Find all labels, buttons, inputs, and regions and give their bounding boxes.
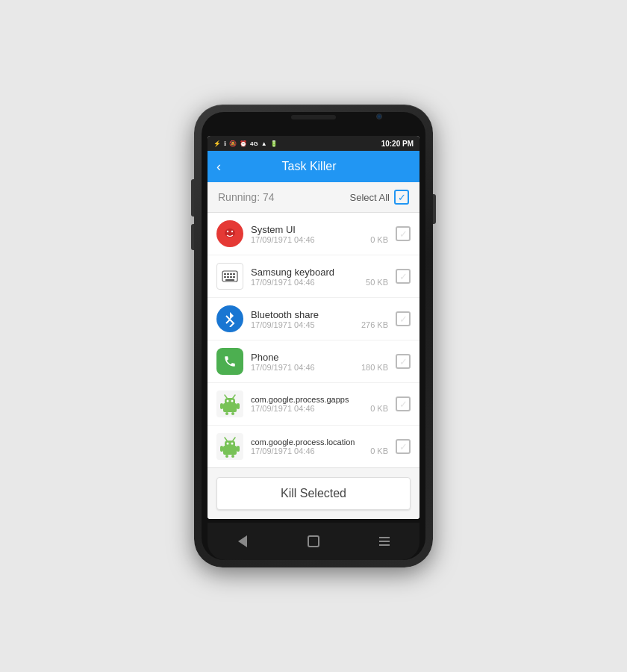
app-name: Phone bbox=[251, 352, 388, 363]
app-checkbox[interactable]: ✓ bbox=[396, 226, 411, 241]
app-icon-keyboard bbox=[216, 263, 243, 290]
nav-back-icon bbox=[238, 535, 247, 547]
app-info: Samsung keyboard 17/09/1971 04:46 50 KB bbox=[251, 267, 388, 287]
app-checkbox[interactable]: ✓ bbox=[396, 311, 411, 326]
svg-rect-7 bbox=[233, 273, 235, 275]
app-meta: 17/09/1971 04:46 0 KB bbox=[251, 235, 388, 244]
phone-device: ⚡ ℹ 🔕 ⏰ 4G ▲ 🔋 10:20 PM ‹ Task Killer bbox=[194, 105, 433, 567]
app-size: 276 KB bbox=[361, 320, 388, 329]
svg-rect-15 bbox=[225, 398, 235, 405]
svg-rect-23 bbox=[237, 403, 240, 409]
app-icon-bluetooth bbox=[216, 305, 243, 332]
network-label: 4G bbox=[250, 140, 258, 147]
svg-rect-6 bbox=[230, 273, 232, 275]
svg-rect-4 bbox=[224, 273, 226, 275]
speaker bbox=[291, 115, 336, 119]
app-info: Bluetooth share 17/09/1971 04:45 276 KB bbox=[251, 309, 388, 329]
nav-home-button[interactable] bbox=[302, 534, 325, 549]
bottom-navigation bbox=[208, 523, 419, 560]
svg-rect-26 bbox=[225, 441, 235, 448]
list-item[interactable]: com.google.process.gapps 17/09/1971 04:4… bbox=[208, 383, 419, 426]
app-meta: 17/09/1971 04:45 276 KB bbox=[251, 320, 388, 329]
app-bar: ‹ Task Killer bbox=[208, 151, 419, 182]
app-checkbox[interactable]: ✓ bbox=[396, 269, 411, 284]
info-icon: ℹ bbox=[224, 140, 226, 147]
bluetooth-svg bbox=[225, 311, 235, 327]
nav-back-button[interactable] bbox=[231, 534, 254, 549]
phone-svg bbox=[223, 355, 237, 368]
app-content: Running: 74 Select All ✓ bbox=[208, 182, 419, 519]
volume-up-button[interactable] bbox=[191, 179, 194, 217]
app-size: 0 KB bbox=[370, 404, 388, 413]
system-ui-svg bbox=[222, 226, 237, 241]
dnd-icon: 🔕 bbox=[229, 140, 237, 147]
app-name: com.google.process.location bbox=[251, 438, 388, 447]
svg-rect-5 bbox=[227, 273, 229, 275]
app-size: 50 KB bbox=[366, 278, 388, 287]
app-size: 0 KB bbox=[370, 447, 388, 455]
list-item[interactable]: Phone 17/09/1971 04:46 180 KB ✓ bbox=[208, 340, 419, 383]
status-time: 10:20 PM bbox=[381, 140, 414, 148]
running-count: Running: 74 bbox=[218, 191, 275, 203]
power-button[interactable] bbox=[433, 194, 436, 224]
app-info: System UI 17/09/1971 04:46 0 KB bbox=[251, 224, 388, 244]
app-checkbox[interactable]: ✓ bbox=[396, 439, 411, 454]
app-name: Bluetooth share bbox=[251, 309, 388, 320]
kill-selected-button[interactable]: Kill Selected bbox=[216, 477, 411, 510]
svg-point-16 bbox=[227, 400, 229, 402]
svg-rect-31 bbox=[225, 455, 228, 458]
checkmark-icon: ✓ bbox=[399, 356, 408, 367]
svg-point-27 bbox=[227, 443, 229, 445]
app-icon-phone bbox=[216, 348, 243, 375]
list-item[interactable]: Bluetooth share 17/09/1971 04:45 276 KB … bbox=[208, 298, 419, 340]
svg-rect-10 bbox=[230, 276, 232, 278]
checkmark-icon: ✓ bbox=[399, 228, 408, 240]
svg-point-2 bbox=[231, 231, 233, 232]
app-info: Phone 17/09/1971 04:46 180 KB bbox=[251, 352, 388, 372]
app-icon-android-location bbox=[216, 433, 243, 460]
camera bbox=[376, 113, 382, 119]
running-header: Running: 74 Select All ✓ bbox=[208, 182, 419, 213]
checkmark-icon: ✓ bbox=[398, 192, 406, 203]
list-item[interactable]: Samsung keyboard 17/09/1971 04:46 50 KB … bbox=[208, 255, 419, 298]
app-checkbox[interactable]: ✓ bbox=[396, 396, 411, 411]
svg-rect-33 bbox=[220, 446, 223, 452]
svg-rect-21 bbox=[231, 412, 234, 415]
volume-down-button[interactable] bbox=[191, 224, 194, 250]
checkmark-icon: ✓ bbox=[399, 271, 408, 282]
checkmark-icon: ✓ bbox=[399, 314, 408, 325]
select-all-checkbox[interactable]: ✓ bbox=[394, 190, 409, 205]
app-name: Samsung keyboard bbox=[251, 267, 388, 278]
nav-home-icon bbox=[308, 535, 319, 547]
app-icon-system-ui bbox=[216, 220, 243, 247]
time-display: 10:20 PM bbox=[381, 140, 414, 148]
app-date: 17/09/1971 04:46 bbox=[251, 235, 315, 244]
keyboard-svg bbox=[222, 270, 238, 282]
svg-rect-32 bbox=[231, 455, 234, 458]
back-button[interactable]: ‹ bbox=[216, 159, 221, 175]
svg-rect-22 bbox=[220, 403, 223, 409]
svg-rect-8 bbox=[224, 276, 226, 278]
app-info: com.google.process.location 17/09/1971 0… bbox=[251, 438, 388, 455]
status-bar: ⚡ ℹ 🔕 ⏰ 4G ▲ 🔋 10:20 PM bbox=[208, 136, 419, 151]
app-checkbox[interactable]: ✓ bbox=[396, 354, 411, 369]
checkmark-icon: ✓ bbox=[399, 399, 408, 410]
app-title: Task Killer bbox=[228, 160, 390, 173]
alarm-icon: ⏰ bbox=[240, 140, 247, 147]
nav-recent-button[interactable] bbox=[373, 534, 396, 549]
kill-button-container: Kill Selected bbox=[208, 467, 419, 519]
app-name: com.google.process.gapps bbox=[251, 395, 388, 404]
list-item[interactable]: com.google.process.location 17/09/1971 0… bbox=[208, 426, 419, 467]
select-all-row[interactable]: Select All ✓ bbox=[350, 190, 409, 205]
screen: ⚡ ℹ 🔕 ⏰ 4G ▲ 🔋 10:20 PM ‹ Task Killer bbox=[208, 136, 419, 519]
app-date: 17/09/1971 04:45 bbox=[251, 320, 315, 329]
app-icon-android-gapps bbox=[216, 391, 243, 417]
list-item[interactable]: System UI 17/09/1971 04:46 0 KB ✓ bbox=[208, 213, 419, 255]
signal-icon: ▲ bbox=[261, 140, 267, 147]
phone-body: ⚡ ℹ 🔕 ⏰ 4G ▲ 🔋 10:20 PM ‹ Task Killer bbox=[202, 112, 425, 560]
app-date: 17/09/1971 04:46 bbox=[251, 278, 315, 287]
app-size: 180 KB bbox=[361, 363, 388, 372]
svg-rect-20 bbox=[225, 412, 228, 415]
svg-point-28 bbox=[231, 443, 234, 445]
app-date: 17/09/1971 04:46 bbox=[251, 447, 315, 455]
